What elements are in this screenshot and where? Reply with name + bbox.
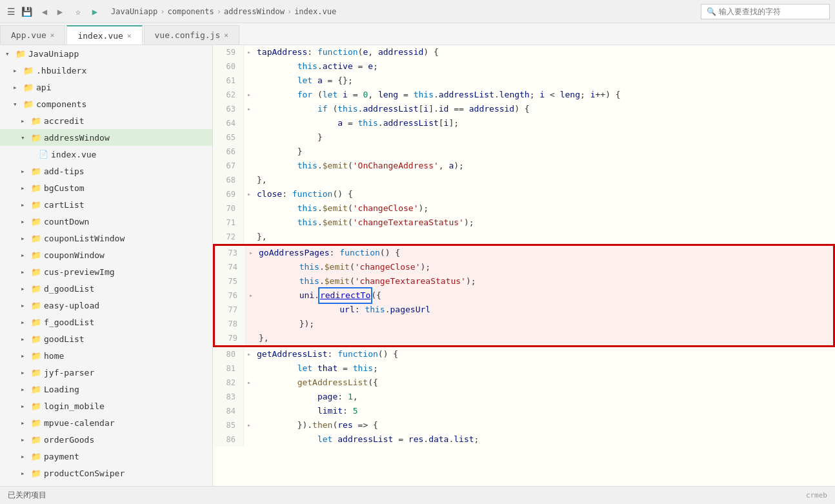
breadcrumb-part2[interactable]: components: [167, 7, 214, 16]
line-num: 85: [213, 418, 244, 432]
sidebar-item-fgoodlist[interactable]: ▸ 📁 f_goodList: [0, 314, 212, 330]
line-num: 64: [213, 116, 244, 130]
code-line-72: 72 },: [213, 230, 835, 244]
sidebar-item-indexvue[interactable]: 📄 index.vue: [0, 146, 212, 163]
line-content: this.active = e;: [254, 59, 835, 74]
forward-button[interactable]: ▶: [53, 5, 67, 19]
sidebar-item-accredit[interactable]: ▸ 📁 accredit: [0, 112, 212, 129]
line-num: 80: [213, 347, 244, 361]
sidebar-label: couponListWindow: [44, 234, 125, 243]
arrow-icon: ▸: [21, 436, 28, 444]
code-line-74: 74 this.$emit('changeClose');: [213, 260, 835, 274]
fold-icon[interactable]: ▸: [244, 347, 254, 361]
save-icon[interactable]: 💾: [21, 6, 32, 17]
breadcrumb-part3[interactable]: addressWindow: [224, 7, 285, 16]
breadcrumb-part1[interactable]: JavaUniapp: [111, 7, 157, 16]
menu-icon[interactable]: ☰: [5, 6, 17, 17]
sidebar-item-ordergoods[interactable]: ▸ 📁 orderGoods: [0, 431, 212, 448]
arrow-icon: ▸: [21, 301, 28, 310]
sidebar-item-project[interactable]: ▾ 📁 JavaUniapp: [0, 45, 212, 62]
folder-icon: 📁: [31, 418, 41, 428]
line-content: this.$emit('OnChangeAddress', a);: [254, 159, 835, 173]
sidebar-label: countDown: [44, 217, 89, 227]
file-icon: 📄: [39, 150, 48, 159]
back-button[interactable]: ◀: [37, 5, 52, 19]
line-num: 62: [213, 88, 244, 102]
code-line-70: 70 this.$emit('changeClose');: [213, 201, 835, 216]
fold-icon: [246, 274, 256, 288]
star-icon[interactable]: ☆: [72, 6, 84, 17]
line-num: 78: [215, 317, 246, 331]
code-line-67: 67 this.$emit('OnChangeAddress', a);: [213, 159, 835, 173]
sidebar-item-loading[interactable]: ▸ 📁 Loading: [0, 381, 212, 398]
tab-vueconfig-label: vue.config.js: [155, 30, 221, 40]
arrow-icon: ▸: [21, 234, 28, 243]
fold-icon[interactable]: ▸: [246, 288, 256, 303]
search-input[interactable]: [719, 7, 822, 16]
code-line-84: 84 limit: 5: [213, 404, 835, 418]
code-line-63: 63 ▸ if (this.addressList[i].id == addre…: [213, 102, 835, 116]
sidebar-item-addresswindow[interactable]: ▾ 📁 addressWindow: [0, 129, 212, 146]
breadcrumb-part4[interactable]: index.vue: [294, 7, 336, 16]
fold-icon[interactable]: ▸: [244, 187, 254, 201]
line-num: 73: [215, 246, 246, 260]
fold-icon[interactable]: ▸: [246, 246, 256, 260]
sidebar-item-couponwindow[interactable]: ▸ 📁 couponWindow: [0, 247, 212, 263]
sidebar-item-bgcustom[interactable]: ▸ 📁 bgCustom: [0, 179, 212, 196]
sidebar-item-components[interactable]: ▾ 📁 components: [0, 96, 212, 112]
run-icon[interactable]: ▶: [89, 6, 101, 17]
sidebar-item-couponlistwindow[interactable]: ▸ 📁 couponListWindow: [0, 230, 212, 247]
search-box[interactable]: 🔍: [701, 4, 830, 19]
sidebar-item-loginmobile[interactable]: ▸ 📁 login_mobile: [0, 398, 212, 414]
folder-icon: 📁: [31, 435, 41, 445]
sidebar-item-productwindow[interactable]: ▸ 📁 productWindow: [0, 481, 212, 486]
tab-appvue[interactable]: App.vue ✕: [0, 25, 65, 45]
tab-appvue-close[interactable]: ✕: [50, 31, 55, 39]
sidebar-item-hbuilderx[interactable]: ▸ 📁 .hbuilderx: [0, 62, 212, 79]
line-content: url: this.pagesUrl: [256, 303, 833, 317]
sidebar-item-payment[interactable]: ▸ 📁 payment: [0, 448, 212, 465]
sidebar-item-api[interactable]: ▸ 📁 api: [0, 79, 212, 96]
sidebar-item-easyupload[interactable]: ▸ 📁 easy-upload: [0, 297, 212, 314]
status-bar: 已关闭项目 crmeb: [0, 486, 835, 504]
folder-icon: 📁: [31, 234, 41, 243]
sidebar-label: index.vue: [51, 150, 96, 159]
arrow-icon: ▾: [21, 134, 28, 142]
code-editor[interactable]: 59 ▸ tapAddress: function(e, addressid) …: [213, 45, 835, 486]
fold-icon[interactable]: ▸: [244, 45, 254, 59]
tab-vueconfig[interactable]: vue.config.js ✕: [144, 25, 239, 45]
sidebar-item-jyfparser[interactable]: ▸ 📁 jyf-parser: [0, 364, 212, 381]
line-content: let a = {};: [254, 74, 835, 88]
folder-icon: 📁: [31, 385, 41, 394]
tab-indexvue-close[interactable]: ✕: [127, 32, 132, 40]
fold-icon[interactable]: ▸: [244, 88, 254, 102]
line-num: 70: [213, 201, 244, 216]
tab-vueconfig-close[interactable]: ✕: [224, 31, 228, 39]
sidebar-item-countdown[interactable]: ▸ 📁 countDown: [0, 213, 212, 230]
arrow-icon: ▸: [21, 318, 28, 327]
sidebar-item-home[interactable]: ▸ 📁 home: [0, 347, 212, 364]
tab-appvue-label: App.vue: [11, 30, 46, 40]
line-content: close: function() {: [254, 187, 835, 201]
folder-icon: 📁: [31, 166, 41, 176]
line-content: this.$emit('changeClose');: [254, 201, 835, 216]
search-icon: 🔍: [707, 7, 716, 16]
code-line-85: 85 ▸ }).then(res => {: [213, 418, 835, 432]
branding: crmeb: [806, 491, 827, 499]
line-content: }: [254, 130, 835, 145]
sidebar-item-mpvuecalendar[interactable]: ▸ 📁 mpvue-calendar: [0, 414, 212, 431]
sidebar-item-goodlist[interactable]: ▸ 📁 goodList: [0, 330, 212, 347]
fold-icon: [246, 303, 256, 317]
sidebar-item-cuspreviewimg[interactable]: ▸ 📁 cus-previewImg: [0, 263, 212, 280]
fold-icon[interactable]: ▸: [244, 376, 254, 390]
tab-indexvue[interactable]: index.vue ✕: [66, 25, 142, 45]
sidebar-item-productconswiper[interactable]: ▸ 📁 productConSwiper: [0, 465, 212, 481]
folder-icon: 📁: [31, 318, 41, 327]
fold-icon[interactable]: ▸: [244, 102, 254, 116]
sidebar-item-addtips[interactable]: ▸ 📁 add-tips: [0, 163, 212, 179]
sidebar-item-dgoodlist[interactable]: ▸ 📁 d_goodList: [0, 280, 212, 297]
fold-icon[interactable]: ▸: [244, 418, 254, 432]
line-num: 82: [213, 376, 244, 390]
sidebar-item-cartlist[interactable]: ▸ 📁 cartList: [0, 196, 212, 213]
folder-icon: 📁: [31, 200, 41, 210]
